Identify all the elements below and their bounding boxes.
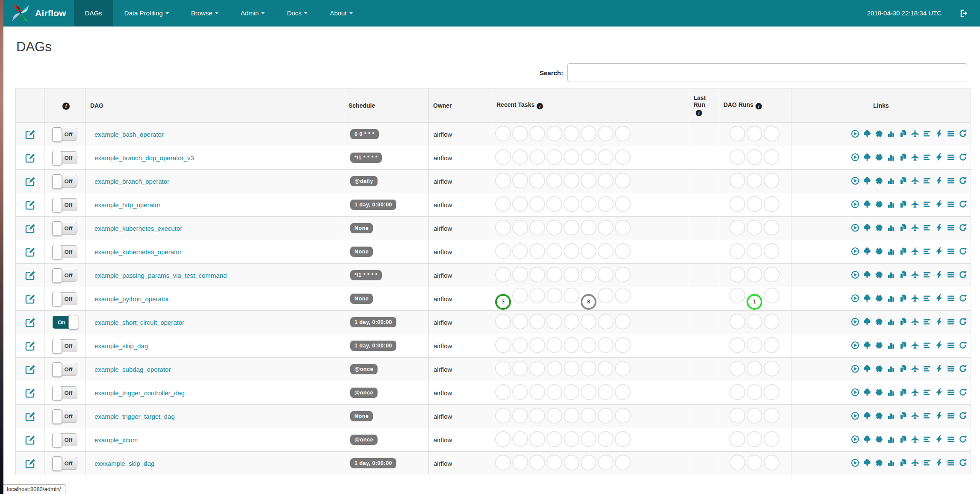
dag-pause-toggle[interactable]: On [53,316,77,329]
dag-pause-toggle[interactable]: Off [53,363,77,376]
dag-run-circle[interactable] [747,243,762,259]
dag-name-link[interactable]: example_passing_params_via_test_command [94,272,227,279]
recent-task-circle[interactable] [615,384,631,400]
dag-name-link[interactable]: example_trigger_controller_dag [94,389,185,397]
landing-times-icon[interactable] [911,412,919,420]
trigger-dag-icon[interactable] [851,388,859,397]
recent-task-circle[interactable] [495,243,511,259]
logs-icon[interactable] [947,412,955,420]
refresh-icon[interactable] [959,176,967,185]
code-view-icon[interactable] [935,129,943,138]
trigger-dag-icon[interactable] [851,412,859,420]
recent-task-circle[interactable] [598,173,614,188]
edit-dag-icon[interactable] [25,342,35,349]
graph-view-icon[interactable] [875,200,883,209]
recent-task-circle[interactable] [598,126,614,141]
gantt-icon[interactable] [923,388,931,397]
schedule-badge[interactable]: None [350,247,373,257]
dag-run-circle[interactable] [764,267,779,282]
tree-view-icon[interactable] [863,223,871,232]
recent-task-circle[interactable] [495,455,511,470]
dag-run-circle[interactable] [764,243,779,259]
recent-task-circle[interactable] [581,126,596,141]
edit-dag-icon[interactable] [25,154,35,161]
recent-task-circle[interactable] [564,267,579,282]
dag-run-circle[interactable] [764,126,779,141]
logs-icon[interactable] [947,294,955,303]
recent-task-circle[interactable] [512,243,528,259]
logout-button[interactable] [959,9,969,18]
gantt-icon[interactable] [923,176,931,185]
recent-task-circle[interactable] [564,314,579,329]
edit-dag-icon[interactable] [25,177,35,184]
recent-task-circle[interactable] [581,361,596,376]
dag-run-circle[interactable] [747,196,762,212]
recent-task-circle[interactable] [581,220,596,235]
dag-pause-toggle[interactable]: Off [53,222,77,235]
logs-icon[interactable] [947,153,955,162]
dag-name-link[interactable]: example_subdag_operator [94,366,171,373]
logs-icon[interactable] [947,459,955,467]
schedule-badge[interactable]: 1 day, 0:00:00 [350,317,396,327]
dag-run-circle[interactable] [764,337,779,353]
dag-run-circle[interactable] [729,126,745,141]
tree-view-icon[interactable] [863,318,871,326]
task-duration-icon[interactable] [887,176,895,185]
task-duration-icon[interactable] [887,412,895,420]
dag-run-circle[interactable] [729,314,745,329]
recent-task-circle[interactable] [615,126,631,141]
edit-dag-icon[interactable] [25,412,35,419]
code-view-icon[interactable] [935,200,943,209]
recent-task-circle[interactable] [564,126,579,141]
edit-dag-icon[interactable] [25,389,35,396]
schedule-badge[interactable]: None [350,223,373,233]
graph-view-icon[interactable] [875,247,883,256]
dag-run-circle[interactable] [729,196,745,212]
dag-name-link[interactable]: exxxample_skip_dag [94,460,154,467]
trigger-dag-icon[interactable] [851,318,859,326]
gantt-icon[interactable] [923,412,931,420]
recent-task-circle[interactable] [546,431,562,447]
recent-task-circle[interactable] [564,431,579,447]
task-duration-icon[interactable] [887,341,895,350]
refresh-icon[interactable] [959,153,967,162]
recent-task-circle[interactable] [615,173,631,188]
graph-view-icon[interactable] [875,176,883,185]
recent-task-circle[interactable] [598,408,614,423]
graph-view-icon[interactable] [875,435,883,444]
info-icon[interactable] [62,103,70,110]
recent-task-circle[interactable] [615,337,631,353]
nav-menu-item-about[interactable]: About [319,0,363,26]
graph-view-icon[interactable] [875,388,883,397]
refresh-icon[interactable] [959,271,967,279]
recent-task-circle[interactable] [512,267,528,282]
code-view-icon[interactable] [935,247,943,256]
recent-task-circle[interactable] [581,455,596,470]
recent-task-circle[interactable] [581,337,596,353]
code-view-icon[interactable] [935,341,943,350]
refresh-icon[interactable] [959,341,967,350]
logs-icon[interactable] [947,247,955,256]
recent-task-circle[interactable] [512,408,528,423]
recent-task-circle[interactable] [615,288,631,303]
recent-task-circle[interactable] [529,149,545,165]
landing-times-icon[interactable] [911,153,919,162]
dag-run-circle[interactable] [764,173,779,188]
recent-task-circle[interactable] [529,384,545,400]
recent-task-circle[interactable] [512,288,528,303]
recent-task-circle[interactable] [495,220,511,235]
dag-run-circle[interactable] [747,149,762,165]
recent-task-circle[interactable] [529,126,545,141]
task-tries-icon[interactable] [899,271,907,279]
gantt-icon[interactable] [923,365,931,373]
task-duration-icon[interactable] [887,388,895,397]
recent-task-circle[interactable] [529,455,545,470]
task-duration-icon[interactable] [887,459,895,467]
header-schedule[interactable]: Schedule [344,88,429,123]
nav-menu-item-data-profiling[interactable]: Data Profiling [113,0,180,26]
graph-view-icon[interactable] [875,129,883,138]
schedule-badge[interactable]: 1 day, 0:00:00 [350,458,396,468]
recent-task-circle[interactable] [581,149,596,165]
dag-run-circle[interactable] [764,408,779,423]
recent-task-circle[interactable] [598,243,614,259]
